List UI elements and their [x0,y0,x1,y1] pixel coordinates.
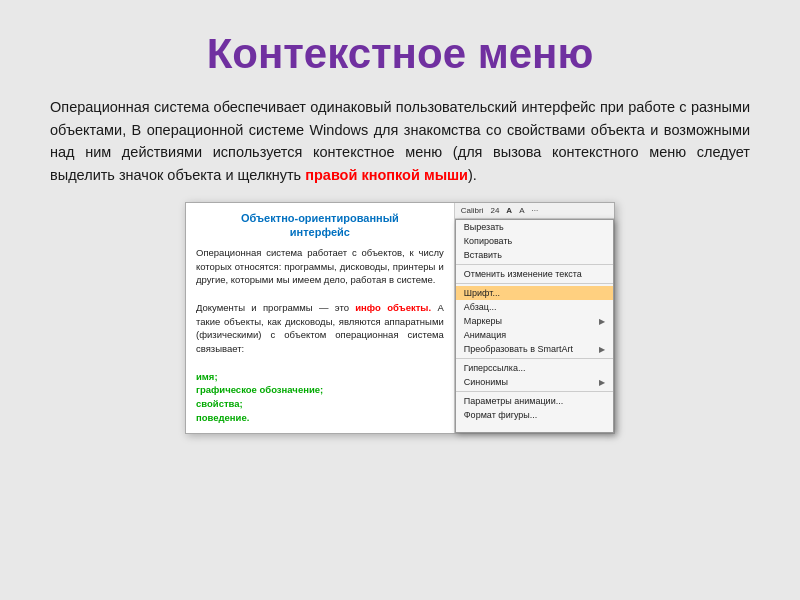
doc-list-item-2: графическое обозначение; [196,383,444,397]
doc-list-item-3: свойства; [196,397,444,411]
menu-item-animation[interactable]: Анимация [456,328,613,342]
menu-item-synonyms[interactable]: Синонимы ▶ [456,375,613,389]
toolbar-size: 24 [488,205,501,216]
menu-separator-3 [456,358,613,359]
menu-item-paste[interactable]: Вставить [456,248,613,262]
toolbar-strip: Calibri 24 A A ··· [455,203,614,219]
menu-item-animation-params[interactable]: Параметры анимации... [456,394,613,408]
doc-area: Объектно-ориентированный интерфейс Опера… [186,203,455,433]
menu-separator-4 [456,391,613,392]
menu-separator-1 [456,264,613,265]
menu-item-hyperlink[interactable]: Гиперссылка... [456,361,613,375]
toolbar-dots: ··· [529,205,540,216]
info-red: инфо объекты. [355,302,431,313]
arrow-icon-3: ▶ [599,378,605,387]
screenshot: Объектно-ориентированный интерфейс Опера… [185,202,615,434]
body-text-suffix: ). [468,167,477,183]
menu-separator-2 [456,283,613,284]
menu-item-bullets[interactable]: Маркеры ▶ [456,314,613,328]
highlight-red: правой кнопкой мыши [305,167,468,183]
doc-para1: Операционная система работает с объектов… [196,246,444,287]
menu-item-cut[interactable]: Вырезать [456,220,613,234]
toolbar-bold-a: A [504,205,514,216]
doc-body: Операционная система работает с объектов… [196,246,444,425]
body-text: Операционная система обеспечивает одинак… [50,96,750,186]
menu-item-format-shape[interactable]: Формат фигуры... [456,408,613,422]
doc-para2: Документы и программы — это инфо объекты… [196,301,444,356]
menu-item-paragraph[interactable]: Абзац... [456,300,613,314]
menu-item-font[interactable]: Шрифт... [456,286,613,300]
doc-list-item-4: поведение. [196,411,444,425]
arrow-icon: ▶ [599,317,605,326]
arrow-icon-2: ▶ [599,345,605,354]
slide: Контекстное меню Операционная система об… [0,0,800,600]
menu-item-smartart[interactable]: Преобразовать в SmartArt ▶ [456,342,613,356]
menu-item-copy[interactable]: Копировать [456,234,613,248]
doc-list-item-1: имя; [196,370,444,384]
context-menu-wrapper: Calibri 24 A A ··· Вырезать Копировать В… [455,203,614,433]
doc-title: Объектно-ориентированный интерфейс [196,211,444,240]
screenshot-container: Объектно-ориентированный интерфейс Опера… [50,202,750,434]
context-menu: Вырезать Копировать Вставить Отменить из… [455,219,614,433]
slide-title: Контекстное меню [50,30,750,78]
toolbar-font: Calibri [459,205,486,216]
menu-item-undo[interactable]: Отменить изменение текста [456,267,613,281]
toolbar-a: A [517,205,526,216]
